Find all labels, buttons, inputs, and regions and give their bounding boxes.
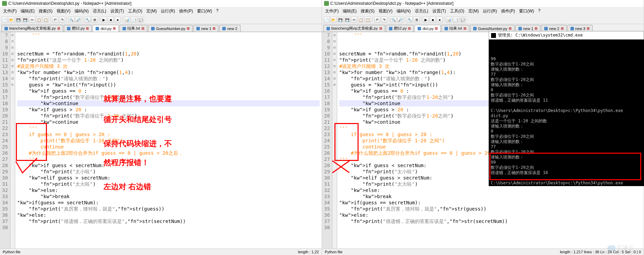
toolbar-button[interactable]: 📋 xyxy=(43,17,49,23)
cmd-window[interactable]: 管理员: C:\Windows\system32\cmd.exe 99数字必须位… xyxy=(489,31,644,186)
close-icon[interactable]: ⊠ xyxy=(561,27,564,30)
toolbar-button[interactable]: ■ xyxy=(430,17,436,23)
toolbar-button[interactable]: 📊 xyxy=(124,17,130,23)
menu-item[interactable]: 窗口(W) xyxy=(195,8,214,15)
toolbar-button[interactable]: 💬 xyxy=(460,17,466,23)
toolbar-button[interactable]: 🔧 xyxy=(407,17,413,23)
file-tab[interactable]: new 2 xyxy=(219,25,240,32)
toolbar-button[interactable]: ● xyxy=(115,17,121,23)
toolbar-button[interactable]: 💾 xyxy=(344,17,350,23)
menu-item[interactable]: 搜索(S) xyxy=(359,8,376,15)
cmd-titlebar[interactable]: 管理员: C:\Windows\system32\cmd.exe xyxy=(489,31,644,40)
toolbar-button[interactable]: 📋 xyxy=(36,17,42,23)
menu-item[interactable]: 语言(L) xyxy=(413,8,430,15)
file-tab[interactable]: GuessNumber.py⊠ xyxy=(148,25,193,32)
toolbar-button[interactable]: 💬 xyxy=(138,17,144,23)
menu-item[interactable]: 工具(O) xyxy=(448,8,466,15)
toolbar-button[interactable]: ✂ xyxy=(29,17,35,23)
toolbar-button[interactable]: 📄 xyxy=(323,17,330,23)
menu-item[interactable]: 插件(P) xyxy=(499,8,517,15)
toolbar-button[interactable]: 📄 xyxy=(1,17,8,23)
toolbar-button[interactable]: 🔎 xyxy=(397,17,403,23)
toolbar-button[interactable]: ↶ xyxy=(52,17,58,23)
toolbar-button[interactable]: 💾 xyxy=(22,17,28,23)
menu-item[interactable]: 编辑(E) xyxy=(341,8,358,15)
toolbar-button[interactable]: 🔍 xyxy=(390,17,397,23)
menu-item[interactable]: 编辑(E) xyxy=(19,8,36,15)
toolbar-button[interactable]: ↷ xyxy=(381,17,387,23)
toolbar-button[interactable]: 📋 xyxy=(358,17,364,23)
close-icon[interactable]: ⊠ xyxy=(509,27,511,30)
menu-item[interactable]: 编码(N) xyxy=(73,8,90,15)
menu-item[interactable]: ? xyxy=(536,8,542,15)
toolbar-button[interactable]: ▶ xyxy=(423,17,429,23)
file-tab[interactable]: new 2⊠ xyxy=(541,25,566,32)
close-icon[interactable]: ⊠ xyxy=(57,27,60,30)
file-tab[interactable]: new 1⊠ xyxy=(515,25,540,32)
fold-column[interactable]: ⊟⊟⊟⊟⊟⊟⊟⊟⊟ xyxy=(10,32,15,248)
close-icon[interactable]: ⊠ xyxy=(86,27,89,30)
close-icon[interactable]: ⊠ xyxy=(113,27,116,30)
menu-item[interactable]: 插件(P) xyxy=(177,8,195,15)
menu-item[interactable]: 运行(R) xyxy=(159,8,177,15)
menu-item[interactable]: 语言(L) xyxy=(91,8,108,15)
fold-column[interactable]: ⊟⊟⊟⊟⊟⊟⊟⊟⊟ xyxy=(332,32,337,248)
toolbar-button[interactable]: 📂 xyxy=(8,17,14,23)
cmd-output[interactable]: 99数字必须位于1-20之间请输入猜测的数：77数字必须位于1-20之间请输入猜… xyxy=(489,40,644,186)
menu-item[interactable]: 文件(F) xyxy=(1,8,18,15)
menu-item[interactable]: 编码(N) xyxy=(395,8,412,15)
toolbar-button[interactable]: 📊 xyxy=(446,17,452,23)
menu-item[interactable]: 运行(R) xyxy=(481,8,499,15)
toolbar-button[interactable]: ■ xyxy=(108,17,114,23)
toolbar-button[interactable]: 📑 xyxy=(453,17,459,23)
file-tab[interactable]: 结果.txt⊠ xyxy=(119,25,147,32)
toolbar-button[interactable]: 🔎 xyxy=(75,17,81,23)
menu-item[interactable]: 视图(V) xyxy=(377,8,394,15)
menu-item[interactable]: 设置(T) xyxy=(109,8,126,15)
toolbar-button[interactable]: ✂ xyxy=(351,17,357,23)
close-icon[interactable]: ⊠ xyxy=(435,27,438,30)
close-icon[interactable]: ⊠ xyxy=(213,27,215,30)
menu-item[interactable]: 窗口(W) xyxy=(517,8,536,15)
toolbar-button[interactable]: ↷ xyxy=(59,17,65,23)
toolbar-button[interactable]: ▶ xyxy=(101,17,107,23)
toolbar-button[interactable]: 💾 xyxy=(15,17,21,23)
file-tab[interactable]: 结果.txt⊠ xyxy=(441,25,469,32)
close-icon[interactable]: ⊠ xyxy=(464,27,466,30)
menu-item[interactable]: 搜索(S) xyxy=(37,8,54,15)
file-tab[interactable]: GuessNumber.py⊠ xyxy=(470,25,515,32)
menu-item[interactable]: 宏(M) xyxy=(467,8,480,15)
toolbar-button[interactable]: 📋 xyxy=(365,17,371,23)
file-tab[interactable]: biancheng网vip文章检索.py⊠ xyxy=(1,25,63,32)
close-icon[interactable]: ⊠ xyxy=(587,27,589,30)
toolbar-button[interactable]: 📑 xyxy=(131,17,137,23)
close-icon[interactable]: ⊠ xyxy=(535,27,537,30)
menu-item[interactable]: 设置(T) xyxy=(431,8,448,15)
code-editor[interactable]: 7891011121314151617181920212223242526272… xyxy=(0,32,322,248)
toolbar-button[interactable]: 📂 xyxy=(330,17,336,23)
file-tab[interactable]: new 1⊠ xyxy=(193,25,218,32)
file-tab[interactable]: dict.py⊠ xyxy=(414,25,441,32)
code-area[interactable]: ''' secretNum = "fn">random."fn">randint… xyxy=(15,32,322,248)
toolbar-button[interactable]: 💾 xyxy=(337,17,343,23)
close-icon[interactable]: ⊠ xyxy=(408,27,411,30)
file-tab[interactable]: 爬52.py⊠ xyxy=(386,25,414,32)
file-tab[interactable]: 爬52.py⊠ xyxy=(64,25,92,32)
toolbar-button[interactable]: ↶ xyxy=(374,17,380,23)
menu-item[interactable]: ? xyxy=(214,8,220,15)
toolbar-button[interactable]: 🔍 xyxy=(68,17,75,23)
menu-item[interactable]: 工具(O) xyxy=(126,8,144,15)
toolbar-button[interactable]: ⚙ xyxy=(413,17,420,23)
toolbar-button[interactable]: ⚙ xyxy=(91,17,98,23)
close-icon[interactable]: ⊠ xyxy=(142,27,144,30)
file-tab[interactable]: biancheng网vip文章检索.py⊠ xyxy=(323,25,385,32)
toolbar-button[interactable]: ● xyxy=(437,17,443,23)
toolbar-button[interactable]: 🔧 xyxy=(85,17,91,23)
menu-item[interactable]: 文件(F) xyxy=(323,8,340,15)
menu-item[interactable]: 宏(M) xyxy=(145,8,158,15)
close-icon[interactable]: ⊠ xyxy=(379,27,382,30)
file-tab[interactable]: dict.py⊠ xyxy=(92,25,119,32)
menu-item[interactable]: 视图(V) xyxy=(55,8,72,15)
close-icon[interactable]: ⊠ xyxy=(187,27,189,30)
file-tab[interactable]: new 3⊠ xyxy=(567,25,593,32)
